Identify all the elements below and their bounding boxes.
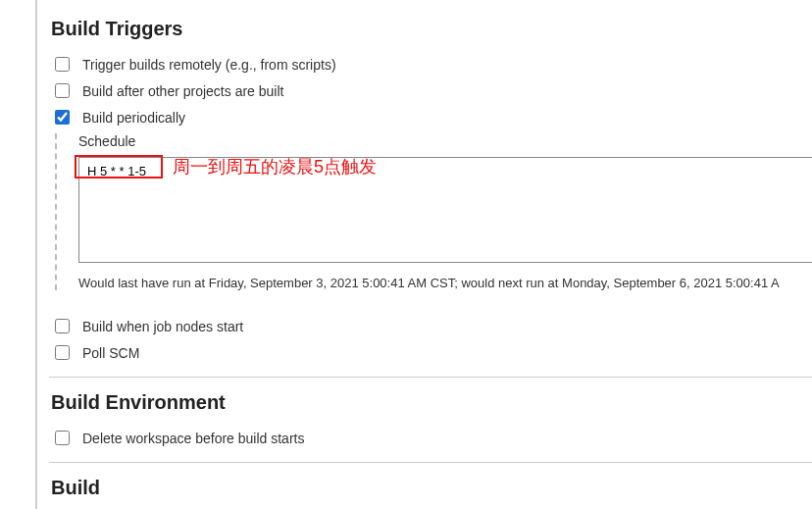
section-divider	[49, 377, 812, 378]
checkbox-poll-scm[interactable]	[55, 345, 70, 360]
checkbox-build-after-projects[interactable]	[55, 83, 70, 98]
option-build-after-projects[interactable]: Build after other projects are built	[51, 80, 812, 101]
section-divider-2	[49, 462, 812, 463]
checkbox-trigger-remote[interactable]	[55, 57, 70, 72]
option-build-periodically[interactable]: Build periodically	[51, 107, 812, 127]
build-periodically-detail: Schedule 周一到周五的凌晨5点触发 Would last have ru…	[55, 133, 812, 290]
option-poll-scm[interactable]: Poll SCM	[51, 342, 812, 363]
schedule-field-label: Schedule	[78, 133, 812, 149]
checkbox-job-nodes-start[interactable]	[55, 319, 70, 333]
checkbox-build-periodically[interactable]	[55, 110, 70, 125]
label-build-periodically: Build periodically	[82, 110, 185, 126]
schedule-textarea[interactable]	[78, 157, 812, 263]
option-trigger-remote[interactable]: Trigger builds remotely (e.g., from scri…	[51, 54, 812, 75]
option-delete-workspace[interactable]: Delete workspace before build starts	[51, 428, 812, 448]
label-poll-scm: Poll SCM	[82, 345, 139, 361]
option-job-nodes-start[interactable]: Build when job nodes start	[51, 316, 812, 336]
left-sidebar-rule	[35, 0, 37, 509]
schedule-validation-text: Would last have run at Friday, September…	[78, 276, 812, 290]
label-build-after-projects: Build after other projects are built	[82, 83, 283, 99]
section-heading-build-environment: Build Environment	[51, 391, 812, 414]
label-trigger-remote: Trigger builds remotely (e.g., from scri…	[82, 57, 336, 73]
section-heading-build-triggers: Build Triggers	[51, 18, 812, 40]
label-delete-workspace: Delete workspace before build starts	[82, 431, 304, 446]
label-job-nodes-start: Build when job nodes start	[82, 319, 243, 334]
checkbox-delete-workspace[interactable]	[55, 431, 70, 445]
section-heading-build: Build	[51, 477, 812, 499]
